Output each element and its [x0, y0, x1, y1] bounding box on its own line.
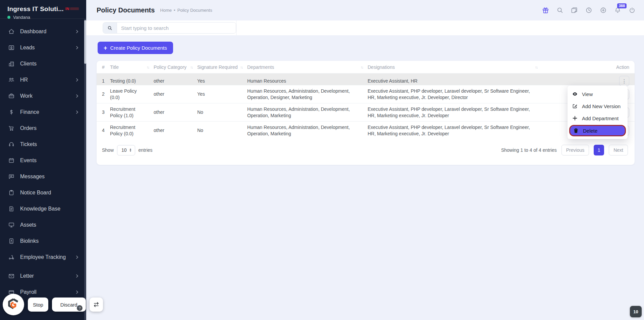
- sidebar-item-label: Knowledge Base: [20, 206, 60, 212]
- sidebar-item-label: Dashboard: [20, 29, 46, 35]
- home-icon: [8, 28, 15, 35]
- bell-icon[interactable]: 388: [613, 6, 622, 14]
- document-icon: [8, 205, 15, 212]
- search-input[interactable]: [117, 22, 236, 33]
- table-row: 2 Leave Policy (0.0) other Yes Human Res…: [97, 85, 635, 103]
- chevron-right-icon: [75, 78, 79, 82]
- plus-icon: [572, 116, 578, 121]
- sidebar-item-label: Clients: [20, 61, 37, 67]
- brand-header: Ingress IT Soluti... IN Vandana: [0, 0, 86, 19]
- row-number: 2: [102, 89, 110, 100]
- menu-item-label: Add Department: [582, 116, 619, 121]
- sidebar-item-hr[interactable]: HR: [0, 72, 86, 88]
- create-policy-documents-button[interactable]: + Create Policy Documents: [98, 42, 173, 54]
- sidebar-item-letter[interactable]: Letter: [0, 268, 86, 284]
- id-card-icon: [8, 238, 15, 244]
- entries-select[interactable]: 10 ▲▼: [117, 145, 135, 155]
- create-button-label: Create Policy Documents: [110, 45, 167, 51]
- sidebar-item-orders[interactable]: Orders: [0, 120, 86, 136]
- sidebar-scrollbar-thumb[interactable]: [84, 20, 86, 64]
- sort-icon[interactable]: ↑↓: [147, 65, 149, 69]
- column-departments[interactable]: Departments↑↓: [247, 64, 368, 70]
- sidebar-item-label: Messages: [20, 174, 45, 180]
- column-title[interactable]: Title↑↓: [110, 64, 154, 70]
- sort-icon[interactable]: ↑↓: [535, 65, 537, 69]
- sidebar-item-label: Work: [20, 93, 33, 99]
- breadcrumb-home[interactable]: Home: [160, 8, 172, 13]
- notes-icon[interactable]: [570, 6, 578, 14]
- table-header-row: # Title↑↓ Policy Category↑↓ Signature Re…: [97, 61, 635, 73]
- cell-signature-required: No: [197, 125, 247, 136]
- menu-item-view[interactable]: View: [568, 88, 628, 100]
- swap-icon[interactable]: [90, 298, 103, 312]
- sort-icon[interactable]: ↑↓: [190, 65, 193, 69]
- previous-page-button[interactable]: Previous: [561, 145, 589, 155]
- users-icon: [8, 77, 15, 83]
- trash-icon: [573, 128, 579, 133]
- eye-icon: [572, 91, 578, 97]
- clock-icon[interactable]: [585, 6, 593, 14]
- chevron-right-icon: [75, 29, 79, 34]
- sidebar-item-label: Finance: [20, 109, 39, 115]
- page-1-button[interactable]: 1: [594, 145, 604, 155]
- cell-designations: Executive Assistant, PHP developer, Lara…: [368, 122, 542, 139]
- sidebar-item-dashboard[interactable]: Dashboard: [0, 24, 86, 40]
- sidebar-item-label: Leads: [20, 45, 35, 51]
- column-designations[interactable]: Designations↑↓: [368, 64, 542, 70]
- sort-icon[interactable]: ↑↓: [240, 65, 243, 69]
- notification-badge: 388: [617, 3, 627, 8]
- breadcrumb-separator: •: [174, 8, 175, 13]
- breadcrumb: Home • Policy Documents: [160, 8, 212, 13]
- entries-label: entries: [139, 147, 153, 153]
- row-actions-kebab-button[interactable]: [619, 76, 629, 86]
- table-row: 1 Testing (0.0) other Yes Human Resource…: [97, 73, 635, 85]
- cell-title: Leave Policy (0.0): [110, 86, 154, 103]
- next-page-button[interactable]: Next: [609, 145, 628, 155]
- row-number: 3: [102, 107, 110, 118]
- show-label: Show: [102, 147, 114, 153]
- table-footer: Show 10 ▲▼ entries Showing 1 to 4 of 4 e…: [97, 139, 635, 165]
- cart-icon: [8, 125, 15, 132]
- gift-icon[interactable]: [541, 6, 549, 14]
- cell-signature-required: Yes: [197, 76, 247, 87]
- building-icon: [8, 60, 15, 67]
- cell-departments: Human Resources: [247, 76, 368, 87]
- sidebar-item-work[interactable]: Work: [0, 88, 86, 104]
- stop-button[interactable]: Stop: [28, 298, 48, 312]
- menu-item-add-new-version[interactable]: Add New Version: [568, 100, 628, 112]
- entries-value: 10: [121, 147, 127, 153]
- column-signature-required[interactable]: Signature Required↑↓: [197, 64, 247, 70]
- help-badge[interactable]: ?: [77, 305, 83, 311]
- agent-control-widget: Stop Discard ?: [3, 294, 103, 315]
- cell-signature-required: Yes: [197, 89, 247, 100]
- sidebar-item-tickets[interactable]: Tickets: [0, 136, 86, 152]
- sidebar-item-biolinks[interactable]: Biolinks: [0, 233, 86, 249]
- sidebar-item-clients[interactable]: Clients: [0, 56, 86, 72]
- sidebar-item-label: Events: [20, 157, 37, 164]
- column-policy-category[interactable]: Policy Category↑↓: [154, 64, 197, 70]
- chevron-right-icon: [75, 110, 79, 115]
- sidebar-item-leads[interactable]: Leads: [0, 40, 86, 56]
- cell-designations: Executive Assistant, PHP developer, Lara…: [368, 86, 542, 103]
- menu-item-add-department[interactable]: Add Department: [568, 112, 628, 124]
- sort-icon[interactable]: ↑↓: [361, 65, 363, 69]
- sidebar-item-events[interactable]: Events: [0, 152, 86, 169]
- company-logo: IN: [65, 7, 79, 11]
- cell-title: Recruitment Policy (1.0): [110, 104, 154, 121]
- sidebar-item-messages[interactable]: Messages: [0, 169, 86, 185]
- sidebar-item-assets[interactable]: Assets: [0, 217, 86, 233]
- sidebar: Ingress IT Soluti... IN Vandana Dashboar…: [0, 0, 86, 320]
- agent-logo-icon[interactable]: [3, 294, 24, 315]
- sidebar-item-employee-tracking[interactable]: Employee Tracking: [0, 249, 86, 265]
- plus-circle-icon[interactable]: [599, 6, 607, 14]
- search-toolbar: [86, 20, 644, 35]
- menu-item-delete[interactable]: Delete: [569, 125, 626, 136]
- power-icon[interactable]: [628, 6, 636, 14]
- sidebar-item-label: Assets: [20, 222, 36, 228]
- menu-item-label: Add New Version: [582, 103, 621, 109]
- sidebar-item-notice-board[interactable]: Notice Board: [0, 185, 86, 201]
- table-row: 4 Recruitment Policy (0.0) other No Huma…: [97, 121, 635, 139]
- search-icon[interactable]: [556, 6, 564, 14]
- sidebar-item-finance[interactable]: Finance: [0, 104, 86, 120]
- sidebar-item-knowledge-base[interactable]: Knowledge Base: [0, 201, 86, 217]
